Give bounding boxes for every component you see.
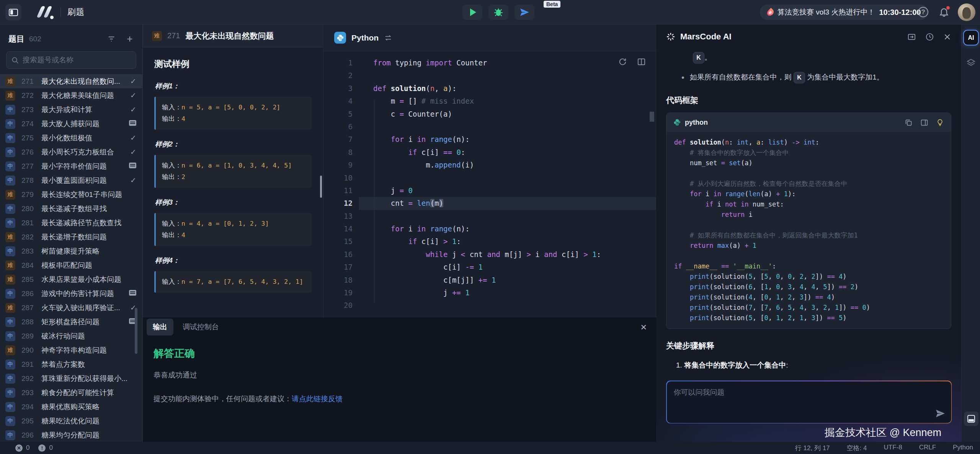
problem-row[interactable]: 难287火车驶入驶出顺序验证...✓ [0,301,142,315]
top-bar: 刷题 Beta 算法竞技赛 vol3 火热进行中！ 10:30-12:00 ? [0,0,980,24]
problem-row[interactable]: 难279最长连续交替01子串问题 [0,187,142,202]
problem-row[interactable]: 难282最长递增子数组问题 [0,230,142,244]
problem-row[interactable]: 中278最小覆盖圆面积问题✓ [0,173,142,187]
eol-sequence[interactable]: CRLF [919,444,936,452]
problem-row-title: 最大化糖果美味值问题 [41,91,127,101]
filter-icon[interactable] [107,35,116,43]
ai-assistant-button[interactable]: AI [964,31,978,45]
problem-row[interactable]: 中295糖果吃法优化问题 [0,414,142,428]
problem-row[interactable]: 中283树苗健康提升策略 [0,244,142,258]
debug-button[interactable] [488,5,508,20]
problem-row[interactable]: 中277最小字符串价值问题 [0,159,142,173]
language-mode[interactable]: Python [953,444,973,452]
cursor-position[interactable]: 行 12, 列 17 [795,444,830,452]
warnings-icon[interactable]: ! [38,444,46,452]
errors-icon[interactable]: ✕ [15,444,23,452]
editor-tab-python[interactable]: Python [351,33,379,42]
problem-number: 285 [21,275,41,284]
problems-count: 602 [29,35,107,43]
problem-row[interactable]: 中275最小化数组极值✓ [0,131,142,145]
send-message-icon[interactable] [935,408,945,418]
problem-number: 280 [21,205,41,213]
close-output-icon[interactable]: ✕ [640,323,647,332]
user-avatar[interactable] [958,3,975,21]
add-problem-icon[interactable] [126,35,134,43]
difficulty-badge: 中 [5,246,15,256]
problem-row[interactable]: 中289破冰行动问题 [0,329,142,343]
solved-check-icon: ✓ [130,105,136,114]
switch-language-icon[interactable] [384,34,392,42]
problem-row[interactable]: 难290神奇字符串构造问题 [0,343,142,357]
problem-scrollbar[interactable] [320,176,322,198]
watermark: 掘金技术社区 @ Kennem [825,426,941,439]
code-block-header: python [666,113,951,132]
toggle-bottom-panel-button[interactable] [964,412,978,426]
problem-row-title: 神奇字符串构造问题 [41,345,133,355]
search-icon [11,56,19,64]
problem-row[interactable]: 难285水果店果篮最小成本问题 [0,272,142,286]
problem-row[interactable]: 难284模板串匹配问题 [0,258,142,272]
difficulty-badge: 难 [5,275,15,285]
problem-row-title: 算珠重新分配以获得最小... [41,374,133,384]
help-icon[interactable]: ? [918,7,928,17]
problem-row-title: 最大化未出现自然数问... [41,76,127,86]
search-input[interactable] [23,56,131,64]
history-icon[interactable] [925,33,934,41]
problem-row[interactable]: 中291禁着点方案数 [0,357,142,371]
problem-row[interactable]: 中294糖果优惠购买策略 [0,400,142,414]
close-ai-panel-icon[interactable] [943,33,951,41]
problem-row[interactable]: 中292算珠重新分配以获得最小... [0,371,142,386]
feedback-link[interactable]: 请点此链接反馈 [292,395,343,403]
problem-row[interactable]: 中286游戏中的伤害计算问题 [0,286,142,301]
problem-row[interactable]: 中296糖果均匀分配问题 [0,428,142,442]
difficulty-badge: 中 [5,402,15,412]
problem-row[interactable]: 难271最大化未出现自然数问...✓ [0,74,142,88]
ai-chat-input[interactable] [667,381,951,423]
sample-label: 样例2： [155,140,312,149]
problem-row[interactable]: 中293粮食分配的可能性计算 [0,386,142,400]
problem-row[interactable]: 中288矩形棋盘路径问题 [0,315,142,329]
code-area[interactable]: 1234567891011121314151617181920 from typ… [323,51,656,57]
tab-debug-console[interactable]: 调试控制台 [176,319,225,335]
tab-output[interactable]: 输出 [147,319,173,335]
problem-row[interactable]: 中281最长递减路径节点数查找 [0,216,142,230]
difficulty-badge: 难 [5,345,15,355]
problem-row[interactable]: 难272最大化糖果美味值问题✓ [0,88,142,103]
problem-list: 难271最大化未出现自然数问...✓难272最大化糖果美味值问题✓中273最大异… [0,74,142,442]
tools-stack-icon[interactable] [966,58,976,68]
difficulty-badge: 难 [5,232,15,242]
open-in-chat-icon[interactable] [907,33,916,41]
insert-code-icon[interactable] [920,119,928,127]
difficulty-badge: 中 [5,317,15,327]
problem-row-title: 破冰行动问题 [41,331,133,341]
problem-number: 275 [21,134,41,142]
solved-check-icon: ✓ [130,77,136,86]
indentation[interactable]: 空格: 4 [847,444,867,452]
bulb-icon[interactable] [936,119,944,127]
encoding[interactable]: UTF-8 [884,444,902,452]
marscode-ai-panel: MarsCode AI K。 • 如果所有自然数都在集合中，则 K 为集合中最大… [656,24,962,442]
problem-row-title: 最长递减路径节点数查找 [41,218,133,228]
draft-doc-icon [129,163,136,170]
sidebar-scrollbar[interactable] [135,308,137,354]
submit-button[interactable] [514,5,534,20]
copy-code-icon[interactable] [905,119,913,127]
sample-label: 样例1： [155,81,312,91]
problem-row[interactable]: 中273最大异或和计算✓ [0,103,142,117]
k-key-chip: K [693,52,704,63]
problem-row[interactable]: 中280最长递减子数组寻找 [0,202,142,216]
problem-row-title: 最长递增子数组问题 [41,232,133,242]
problem-row[interactable]: 中274最大敌人捕获问题 [0,117,142,131]
notification-bell-button[interactable] [939,7,950,18]
code-framework-heading: 代码框架 [666,95,961,106]
problem-row[interactable]: 中276最小周长巧克力板组合✓ [0,145,142,159]
app-window: 刷题 Beta 算法竞技赛 vol3 火热进行中！ 10:30-12:00 ? … [0,0,980,454]
marscode-logo [37,5,54,19]
sidebar-toggle-button[interactable] [5,4,21,20]
problem-search-box[interactable] [6,51,136,69]
editor-scrollbar[interactable] [650,112,654,122]
editor-gutter: 1234567891011121314151617181920 [323,57,359,312]
contest-banner[interactable]: 算法竞技赛 vol3 火热进行中！ 10:30-12:00 [760,5,928,20]
ai-text-fragment: K。 [693,52,961,63]
run-button[interactable] [462,5,482,20]
